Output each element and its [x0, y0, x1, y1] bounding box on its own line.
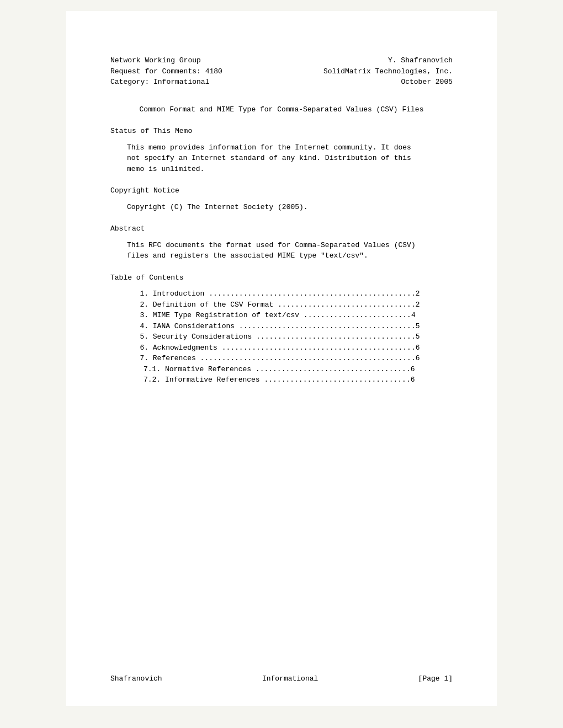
copyright-body: Copyright (C) The Internet Society (2005…: [127, 202, 453, 213]
header-left-line3: Category: Informational: [110, 77, 222, 88]
toc-entry-6: 6. Acknowledgments .....................…: [127, 342, 453, 354]
toc-entry-2: 2. Definition of the CSV Format ........…: [127, 299, 453, 311]
header-right: Y. Shafranovich SolidMatrix Technologies…: [323, 55, 453, 88]
toc-entry-1: 1. Introduction ........................…: [127, 288, 453, 299]
header-left: Network Working Group Request for Commen…: [110, 55, 222, 88]
toc-entry-7-2: 7.2. Informative References ............…: [144, 374, 453, 386]
toc-entry-7-1: 7.1. Normative References ..............…: [144, 364, 453, 375]
toc-entry-3: 3. MIME Type Registration of text/csv ..…: [127, 310, 453, 321]
header: Network Working Group Request for Commen…: [110, 55, 453, 88]
header-right-line2: SolidMatrix Technologies, Inc.: [323, 66, 453, 77]
footer-left: Shafranovich: [110, 673, 162, 684]
document-title: Common Format and MIME Type for Comma-Se…: [110, 104, 453, 115]
abstract-body: This RFC documents the format used for C…: [127, 240, 453, 261]
header-left-line2: Request for Comments: 4180: [110, 66, 222, 77]
header-right-line1: Y. Shafranovich: [323, 55, 453, 66]
abstract-title: Abstract: [110, 223, 453, 234]
header-left-line1: Network Working Group: [110, 55, 222, 66]
copyright-title: Copyright Notice: [110, 185, 453, 196]
toc-entry-5: 5. Security Considerations .............…: [127, 331, 453, 342]
footer-center: Informational: [262, 673, 318, 684]
status-body: This memo provides information for the I…: [127, 142, 453, 175]
footer-right: [Page 1]: [418, 673, 453, 684]
header-right-line3: October 2005: [323, 77, 453, 88]
toc-entry-4: 4. IANA Considerations .................…: [127, 321, 453, 332]
toc: 1. Introduction ........................…: [110, 288, 453, 386]
footer: Shafranovich Informational [Page 1]: [110, 673, 453, 684]
toc-title: Table of Contents: [110, 272, 453, 283]
status-title: Status of This Memo: [110, 126, 453, 137]
toc-entry-7: 7. References ..........................…: [127, 353, 453, 364]
page: Network Working Group Request for Commen…: [66, 11, 497, 706]
